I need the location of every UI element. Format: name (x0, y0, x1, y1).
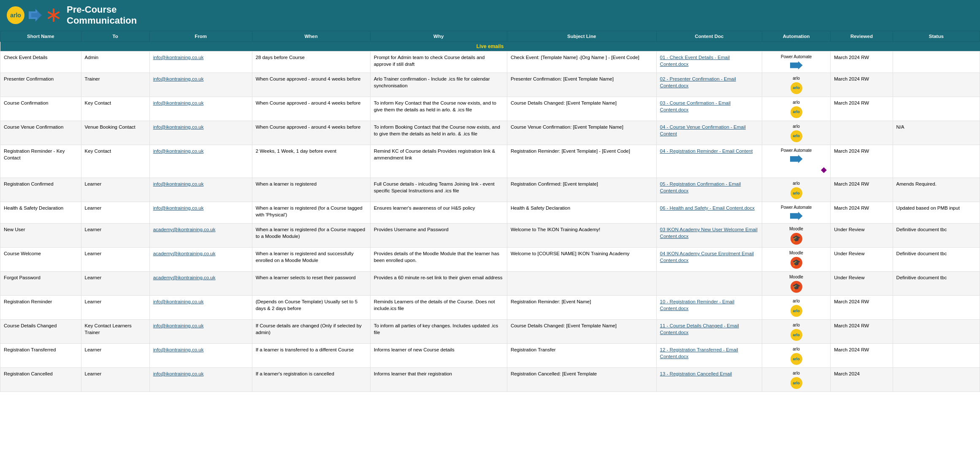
from-email-link[interactable]: info@ikontraining.co.uk (153, 181, 204, 186)
cell-subject: Registration Reminder: [Event Name] (507, 295, 656, 319)
cell-content-doc[interactable]: 01 - Check Event Details - Email Content… (656, 51, 762, 73)
table-row: Check Event DetailsAdmininfo@ikontrainin… (0, 51, 980, 73)
cell-to: Trainer (81, 73, 149, 97)
cell-from[interactable]: academy@ikontraining.co.uk (149, 271, 252, 295)
content-doc-link[interactable]: 06 - Health and Safety - Email Content.d… (660, 205, 755, 210)
cell-why: Full Course details - inlcuding Teams Jo… (370, 178, 507, 202)
automation-label: arlo (793, 181, 800, 186)
cell-from[interactable]: info@ikontraining.co.uk (149, 295, 252, 319)
content-doc-link[interactable]: 01 - Check Event Details - Email Content… (660, 55, 730, 67)
from-email-link[interactable]: info@ikontraining.co.uk (153, 299, 204, 304)
content-doc-link[interactable]: 13 - Registration Cancelled Email (660, 371, 732, 376)
from-email-link[interactable]: info@ikontraining.co.uk (153, 205, 204, 210)
from-email-link[interactable]: info@ikontraining.co.uk (153, 124, 204, 130)
content-doc-link[interactable]: 10 - Registration Reminder - Email Conte… (660, 299, 734, 311)
cell-content-doc[interactable]: 06 - Health and Safety - Email Content.d… (656, 202, 762, 223)
cell-short-name: Course Welcome (0, 247, 81, 271)
cell-from[interactable]: academy@ikontraining.co.uk (149, 247, 252, 271)
cell-content-doc[interactable]: 04 IKON Academy Course Enrolment Email C… (656, 247, 762, 271)
cell-to: Admin (81, 51, 149, 73)
from-email-link[interactable]: academy@ikontraining.co.uk (153, 275, 216, 280)
from-email-link[interactable]: info@ikontraining.co.uk (153, 55, 204, 60)
cell-why: To inform Key Contact that the Course no… (370, 97, 507, 121)
cell-content-doc[interactable]: 02 - Presenter Confirmation - Email Cont… (656, 73, 762, 97)
col-header-why: Why (370, 31, 507, 41)
moodle-badge-icon: 🎓 (790, 233, 802, 245)
cell-when: 28 days before Course (252, 51, 370, 73)
cell-content-doc[interactable]: 04 - Course Venue Confirmation - Email C… (656, 121, 762, 145)
cell-from[interactable]: info@ikontraining.co.uk (149, 145, 252, 178)
cell-reviewed: March 2024 RW (831, 295, 893, 319)
automation-label: Moodle (789, 274, 803, 280)
cell-from[interactable]: info@ikontraining.co.uk (149, 97, 252, 121)
cell-from[interactable]: info@ikontraining.co.uk (149, 367, 252, 391)
cell-content-doc[interactable]: 04 - Registration Reminder - Email Conte… (656, 145, 762, 178)
cell-content-doc[interactable]: 05 - Registration Confirmation - Email C… (656, 178, 762, 202)
cell-content-doc[interactable]: 03 - Course Confirmation - Email Content… (656, 97, 762, 121)
cell-automation: Power Automate◆ (762, 145, 831, 178)
automation-label: arlo (793, 100, 800, 105)
content-doc-link[interactable]: 03 - Course Confirmation - Email Content… (660, 100, 731, 112)
content-doc-link[interactable]: 04 - Registration Reminder - Email Conte… (660, 148, 753, 154)
cell-from[interactable]: info@ikontraining.co.uk (149, 343, 252, 367)
cell-short-name: Check Event Details (0, 51, 81, 73)
content-doc-link[interactable]: 12 - Registration Transferred - Email Co… (660, 347, 738, 359)
content-doc-link[interactable]: 04 IKON Academy Course Enrolment Email C… (660, 251, 754, 263)
cell-why: To inform all parties of key changes. In… (370, 319, 507, 343)
cell-automation: arloarlo (762, 319, 831, 343)
col-header-automation: Automation (762, 31, 831, 41)
cell-status (893, 97, 980, 121)
content-doc-link[interactable]: 11 - Course Details Changed - Email Cont… (660, 323, 739, 335)
col-header-reviewed: Reviewed (831, 31, 893, 41)
content-doc-link[interactable]: 05 - Registration Confirmation - Email C… (660, 181, 741, 193)
cell-subject: Registration Cancelled: [Event Template (507, 367, 656, 391)
power-automate-icon (790, 211, 803, 221)
cell-content-doc[interactable]: 12 - Registration Transferred - Email Co… (656, 343, 762, 367)
arlo-logo: arlo (7, 6, 24, 24)
cell-subject: Registration Reminder: [Event Template] … (507, 145, 656, 178)
from-email-link[interactable]: info@ikontraining.co.uk (153, 100, 204, 105)
from-email-link[interactable]: info@ikontraining.co.uk (153, 347, 204, 352)
from-email-link[interactable]: info@ikontraining.co.uk (153, 323, 204, 328)
cell-from[interactable]: info@ikontraining.co.uk (149, 202, 252, 223)
cell-short-name: Registration Cancelled (0, 367, 81, 391)
cell-automation: arloarlo (762, 295, 831, 319)
logo-container: arlo (7, 6, 62, 24)
cell-why: Prompt for Admin team to check Course de… (370, 51, 507, 73)
cell-short-name: New User (0, 223, 81, 247)
col-header-subject: Subject Line (507, 31, 656, 41)
cell-reviewed: March 2024 RW (831, 97, 893, 121)
cell-subject (507, 271, 656, 295)
cell-to: Learner (81, 223, 149, 247)
cell-content-doc[interactable]: 03 IKON Academy New User Welcome Email C… (656, 223, 762, 247)
from-email-link[interactable]: academy@ikontraining.co.uk (153, 227, 216, 232)
cell-content-doc[interactable] (656, 271, 762, 295)
content-doc-link[interactable]: 03 IKON Academy New User Welcome Email C… (660, 227, 758, 239)
from-email-link[interactable]: info@ikontraining.co.uk (153, 76, 204, 81)
from-email-link[interactable]: academy@ikontraining.co.uk (153, 251, 216, 256)
cell-subject: Registration Transfer (507, 343, 656, 367)
cell-why: To inform Booking Contact that the Cours… (370, 121, 507, 145)
cell-from[interactable]: info@ikontraining.co.uk (149, 319, 252, 343)
automation-label: Power Automate (781, 148, 812, 154)
cell-reviewed: Under Review (831, 271, 893, 295)
cell-from[interactable]: academy@ikontraining.co.uk (149, 223, 252, 247)
cell-from[interactable]: info@ikontraining.co.uk (149, 51, 252, 73)
cell-from[interactable]: info@ikontraining.co.uk (149, 121, 252, 145)
col-header-to: To (81, 31, 149, 41)
from-email-link[interactable]: info@ikontraining.co.uk (153, 371, 204, 376)
cell-content-doc[interactable]: 11 - Course Details Changed - Email Cont… (656, 319, 762, 343)
communications-table: Short Name To From When Why Subject Line… (0, 31, 980, 392)
cell-from[interactable]: info@ikontraining.co.uk (149, 178, 252, 202)
arrow-logo (27, 7, 43, 23)
cell-content-doc[interactable]: 10 - Registration Reminder - Email Conte… (656, 295, 762, 319)
table-row: Registration ConfirmedLearnerinfo@ikontr… (0, 178, 980, 202)
from-email-link[interactable]: info@ikontraining.co.uk (153, 148, 204, 154)
cell-content-doc[interactable]: 13 - Registration Cancelled Email (656, 367, 762, 391)
arlo-badge-icon: arlo (790, 130, 802, 142)
content-doc-link[interactable]: 04 - Course Venue Confirmation - Email C… (660, 124, 746, 136)
cell-to: Venue Booking Contact (81, 121, 149, 145)
cell-automation: arloarlo (762, 178, 831, 202)
content-doc-link[interactable]: 02 - Presenter Confirmation - Email Cont… (660, 76, 736, 88)
cell-from[interactable]: info@ikontraining.co.uk (149, 73, 252, 97)
